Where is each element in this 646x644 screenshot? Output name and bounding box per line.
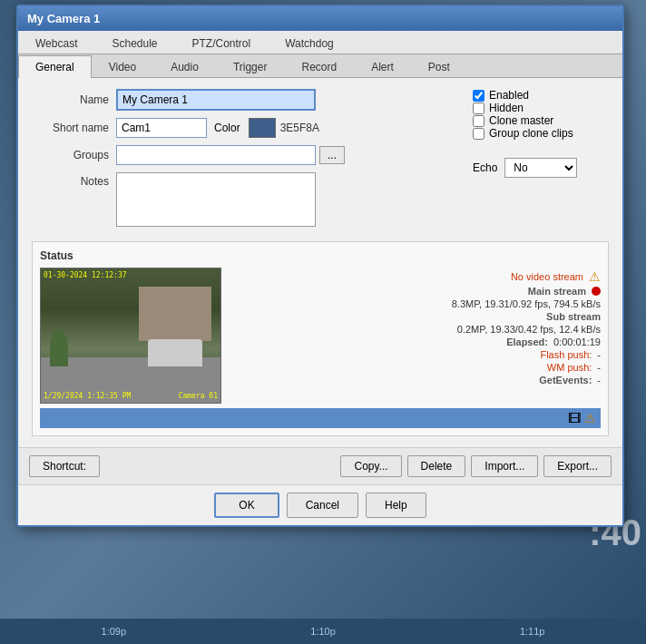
camera-preview: 01-30-2024 12:12:37 1/29/2024 1:12:35 PM… xyxy=(40,268,221,404)
short-name-label: Short name xyxy=(32,122,109,134)
tab-alert[interactable]: Alert xyxy=(354,55,411,78)
color-picker[interactable] xyxy=(249,118,276,138)
tab-webcast[interactable]: Webcast xyxy=(18,32,94,54)
status-content: 01-30-2024 12:12:37 1/29/2024 1:12:35 PM… xyxy=(40,268,601,404)
sub-stream-label: Sub stream xyxy=(546,311,601,322)
elapsed-label: Elapsed: xyxy=(506,337,548,347)
notes-textarea[interactable] xyxy=(116,172,316,227)
color-hex-value: 3E5F8A xyxy=(280,122,319,134)
cam-car xyxy=(148,339,202,366)
stream-dot xyxy=(592,287,601,296)
name-row: Name xyxy=(32,89,464,111)
left-form: Name Short name Color 3E5F8A Groups ... xyxy=(32,89,464,237)
status-bar-bottom: 🎞 ⚠ xyxy=(40,408,601,428)
delete-button[interactable]: Delete xyxy=(407,455,466,477)
groups-browse-button[interactable]: ... xyxy=(319,146,345,164)
checkbox-hidden: Hidden xyxy=(473,102,609,114)
dialog-title: My Camera 1 xyxy=(27,12,100,25)
flash-push-label: Flash push: xyxy=(540,349,592,360)
content-body: Name Short name Color 3E5F8A Groups ... xyxy=(32,89,609,237)
timeline-tick-1: 1:09p xyxy=(9,626,219,637)
right-checkboxes: Enabled Hidden Clone master Group clone … xyxy=(473,89,609,237)
elapsed-row: Elapsed: 0:00:01:19 xyxy=(230,337,601,347)
main-stream-details: 8.3MP, 19.31/0.92 fps, 794.5 kB/s xyxy=(452,298,601,309)
echo-select[interactable]: No Yes xyxy=(504,158,577,178)
sub-stream-details-row: 0.2MP, 19.33/0.42 fps, 12.4 kB/s xyxy=(230,324,601,335)
shortcut-button[interactable]: Shortcut: xyxy=(29,455,100,477)
top-tab-row: Webcast Schedule PTZ/Control Watchdog xyxy=(18,31,622,54)
cam-timestamp-top: 01-30-2024 12:12:37 xyxy=(44,271,127,279)
wm-push-label: WM push: xyxy=(547,362,592,373)
cancel-button[interactable]: Cancel xyxy=(287,493,358,518)
get-events-row: GetEvents: - xyxy=(230,375,601,385)
no-video-row: No video stream ⚠ xyxy=(230,269,601,284)
elapsed-value: 0:00:01:19 xyxy=(553,337,601,347)
main-stream-label: Main stream xyxy=(528,286,586,297)
tab-schedule[interactable]: Schedule xyxy=(94,32,174,54)
clone-master-checkbox[interactable] xyxy=(473,115,484,127)
name-input[interactable] xyxy=(116,89,316,111)
checkbox-enabled: Enabled xyxy=(473,89,609,102)
sub-stream-label-row: Sub stream xyxy=(230,311,601,322)
cam-tree xyxy=(50,330,68,366)
clone-master-label: Clone master xyxy=(489,114,553,127)
tab-general[interactable]: General xyxy=(18,55,92,78)
hidden-label: Hidden xyxy=(489,102,524,114)
status-title: Status xyxy=(40,249,601,262)
no-video-text: No video stream xyxy=(511,271,583,282)
help-button[interactable]: Help xyxy=(366,493,426,518)
bottom-tab-row: General Video Audio Trigger Record Alert… xyxy=(18,54,622,78)
group-clone-label: Group clone clips xyxy=(489,127,573,140)
main-stream-row: Main stream xyxy=(230,286,601,297)
notes-label: Notes xyxy=(32,175,109,188)
echo-label: Echo xyxy=(473,161,497,174)
export-button[interactable]: Export... xyxy=(543,455,612,477)
tab-ptz-control[interactable]: PTZ/Control xyxy=(175,32,269,54)
short-name-row: Short name Color 3E5F8A xyxy=(32,118,464,138)
title-bar: My Camera 1 xyxy=(18,6,622,31)
checkbox-group-clone: Group clone clips xyxy=(473,127,609,140)
cam-label: Camera 01 xyxy=(179,392,218,400)
hidden-checkbox[interactable] xyxy=(473,102,484,114)
timeline-bar: 1:09p 1:10p 1:11p xyxy=(0,619,646,644)
color-label: Color xyxy=(214,122,240,134)
short-name-input[interactable] xyxy=(116,118,207,138)
enabled-label: Enabled xyxy=(489,89,529,102)
get-events-value: - xyxy=(597,375,601,385)
sub-stream-details: 0.2MP, 19.33/0.42 fps, 12.4 kB/s xyxy=(457,324,601,335)
final-buttons: OK Cancel Help xyxy=(18,484,622,525)
name-label: Name xyxy=(32,93,109,106)
ok-button[interactable]: OK xyxy=(214,493,279,518)
import-button[interactable]: Import... xyxy=(471,455,538,477)
tab-watchdog[interactable]: Watchdog xyxy=(268,32,351,54)
status-warning-icon[interactable]: ⚠ xyxy=(584,411,596,425)
enabled-checkbox[interactable] xyxy=(473,90,484,102)
tab-record[interactable]: Record xyxy=(284,55,354,78)
groups-input[interactable] xyxy=(116,145,316,165)
tab-trigger[interactable]: Trigger xyxy=(216,55,285,78)
echo-row: Echo No Yes xyxy=(473,158,609,178)
main-content: Name Short name Color 3E5F8A Groups ... xyxy=(18,78,622,447)
timeline-tick-3: 1:11p xyxy=(427,626,637,637)
tab-audio[interactable]: Audio xyxy=(153,55,216,78)
cam-house xyxy=(139,287,211,341)
flash-push-row: Flash push: - xyxy=(230,349,601,360)
notes-row: Notes xyxy=(32,172,464,229)
tab-post[interactable]: Post xyxy=(411,55,467,78)
group-clone-checkbox[interactable] xyxy=(473,128,484,140)
status-section: Status 01-30-2024 12:12:37 1/29/2024 1:1… xyxy=(32,241,609,436)
groups-row: Groups ... xyxy=(32,145,464,165)
groups-label: Groups xyxy=(32,149,109,161)
flash-push-value: - xyxy=(597,349,601,360)
wm-push-row: WM push: - xyxy=(230,362,601,373)
main-stream-details-row: 8.3MP, 19.31/0.92 fps, 794.5 kB/s xyxy=(230,298,601,309)
timeline-tick-2: 1:10p xyxy=(219,626,428,637)
status-info: No video stream ⚠ Main stream 8.3MP, 19.… xyxy=(230,268,601,404)
bottom-buttons: Shortcut: Copy... Delete Import... Expor… xyxy=(18,447,622,484)
cam-timestamp-bottom: 1/29/2024 1:12:35 PM xyxy=(44,392,131,400)
copy-button[interactable]: Copy... xyxy=(340,455,401,477)
wm-push-value: - xyxy=(597,362,601,373)
film-icon[interactable]: 🎞 xyxy=(568,411,581,425)
tab-video[interactable]: Video xyxy=(92,55,153,78)
checkbox-clone-master: Clone master xyxy=(473,114,609,127)
